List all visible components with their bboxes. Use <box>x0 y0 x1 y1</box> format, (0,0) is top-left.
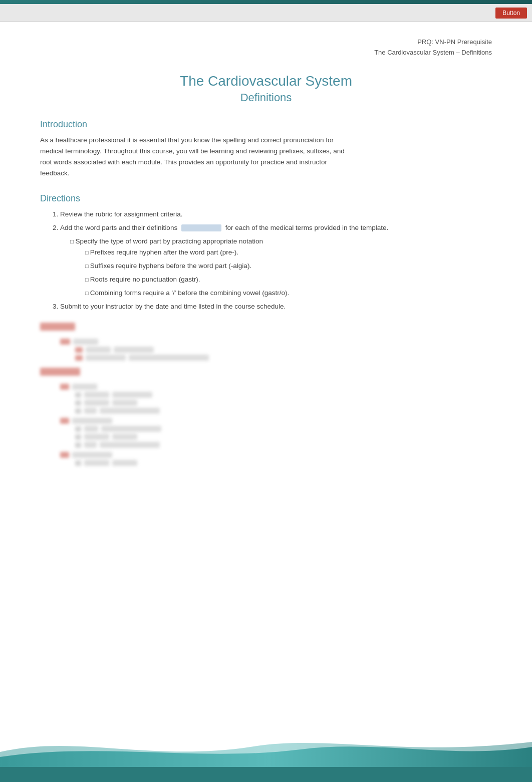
blurred-row <box>75 426 492 432</box>
footer-bar <box>0 767 532 782</box>
blurred-row <box>60 418 492 424</box>
blurred-row <box>60 452 492 458</box>
blurred-row <box>75 442 492 448</box>
directions-item-2-text-after: for each of the medical terms provided i… <box>225 224 389 231</box>
sub-sub-item-1: Prefixes require hyphen after the word p… <box>85 247 492 258</box>
blurred-text <box>100 408 160 414</box>
blurred-row <box>75 355 492 361</box>
nav-button[interactable]: Button <box>495 8 527 19</box>
blurred-text <box>84 392 109 398</box>
sub-sub-item-3-text: Roots require no punctuation (gastr). <box>90 276 200 283</box>
top-bar <box>0 0 532 4</box>
directions-item-3-text: Submit to your instructor by the date an… <box>60 303 286 310</box>
wave-svg <box>0 727 532 767</box>
blurred-row <box>60 339 492 345</box>
directions-item-3: Submit to your instructor by the date an… <box>60 301 492 313</box>
blurred-num <box>75 442 81 448</box>
blurred-row <box>75 392 492 398</box>
blurred-num <box>75 392 81 398</box>
header-line2: The Cardiovascular System – Definitions <box>40 48 492 58</box>
sub-sub-item-2-text: Suffixes require hyphens before the word… <box>90 262 251 270</box>
blurred-row <box>75 434 492 440</box>
sub-title: Definitions <box>40 91 492 104</box>
directions-item-1-text: Review the rubric for assignment criteri… <box>60 210 183 218</box>
blurred-text <box>84 426 98 432</box>
directions-list: Review the rubric for assignment criteri… <box>60 209 492 313</box>
blurred-heading-1 <box>40 323 75 331</box>
blurred-text <box>72 418 112 424</box>
blurred-text <box>72 384 97 390</box>
blurred-text <box>114 347 154 353</box>
blurred-heading-2 <box>40 368 80 376</box>
main-title: The Cardiovascular System <box>40 73 492 89</box>
title-section: The Cardiovascular System Definitions <box>40 73 492 104</box>
blurred-text <box>84 460 109 466</box>
directions-heading: Directions <box>40 193 492 204</box>
blurred-text <box>73 339 98 345</box>
blurred-content <box>40 323 492 466</box>
sub-list-1: Specify the type of word part by practic… <box>70 236 492 300</box>
blurred-text <box>112 392 152 398</box>
blurred-row <box>75 400 492 406</box>
blurred-text <box>84 400 109 406</box>
document-area: PRQ: VN-PN Prerequisite The Cardiovascul… <box>0 22 532 707</box>
directions-item-2: Add the word parts and their definitions… <box>60 222 492 300</box>
footer-wave <box>0 727 532 767</box>
sub-sub-item-1-text: Prefixes require hyphen after the word p… <box>90 248 238 256</box>
blurred-num <box>60 384 69 390</box>
sub-item-1: Specify the type of word part by practic… <box>70 236 492 300</box>
sub-sub-list-1: Prefixes require hyphen after the word p… <box>85 247 492 299</box>
blurred-num <box>75 400 81 406</box>
introduction-body: As a healthcare professional it is essen… <box>40 135 351 179</box>
blurred-num <box>60 339 70 345</box>
blurred-num <box>75 408 81 414</box>
blurred-section-1 <box>40 323 492 361</box>
page-wrapper: Button PRQ: VN-PN Prerequisite The Cardi… <box>0 0 532 782</box>
blurred-row <box>75 347 492 353</box>
blurred-section-2 <box>40 368 492 466</box>
blurred-num <box>75 434 81 440</box>
blurred-num <box>75 355 83 361</box>
blurred-row <box>60 384 492 390</box>
blurred-text <box>112 460 137 466</box>
sub-item-1-text: Specify the type of word part by practic… <box>76 237 263 245</box>
blurred-num <box>75 347 83 353</box>
sub-sub-item-4-text: Combining forms require a '/' before the… <box>90 289 290 297</box>
directions-item-2-text-before: Add the word parts and their definitions <box>60 224 177 231</box>
blurred-text <box>100 442 160 448</box>
blurred-num <box>60 452 69 458</box>
blurred-text <box>84 442 97 448</box>
introduction-heading: Introduction <box>40 119 492 130</box>
blurred-text <box>112 400 137 406</box>
header-line1: PRQ: VN-PN Prerequisite <box>40 37 492 48</box>
highlight-block <box>181 224 221 231</box>
blurred-num <box>75 460 81 466</box>
blurred-row <box>75 408 492 414</box>
blurred-text <box>129 355 209 361</box>
blurred-text <box>86 355 126 361</box>
sub-sub-item-2: Suffixes require hyphens before the word… <box>85 260 492 272</box>
sub-sub-item-4: Combining forms require a '/' before the… <box>85 288 492 299</box>
blurred-num <box>75 426 81 432</box>
blurred-row <box>75 460 492 466</box>
blurred-num <box>60 418 69 424</box>
blurred-text <box>112 434 137 440</box>
sub-sub-item-3: Roots require no punctuation (gastr). <box>85 274 492 286</box>
blurred-text <box>72 452 112 458</box>
blurred-text <box>84 408 97 414</box>
blurred-text <box>101 426 161 432</box>
directions-item-1: Review the rubric for assignment criteri… <box>60 209 492 220</box>
doc-header: PRQ: VN-PN Prerequisite The Cardiovascul… <box>40 37 492 58</box>
blurred-text <box>86 347 111 353</box>
nav-bar: Button <box>0 4 532 22</box>
blurred-text <box>84 434 109 440</box>
